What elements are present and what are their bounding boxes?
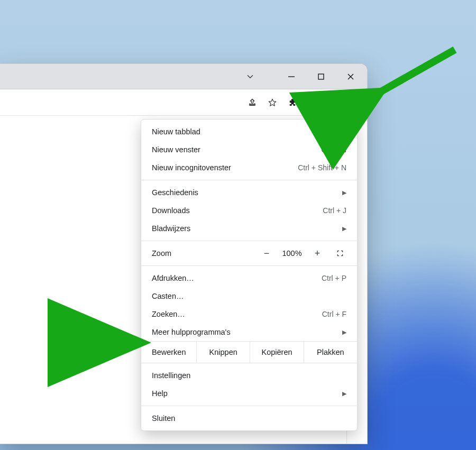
svg-point-7 <box>352 99 354 100</box>
bookmark-star-button[interactable] <box>263 94 281 112</box>
menu-separator <box>141 406 357 406</box>
window-minimize-button[interactable] <box>279 68 304 85</box>
profile-icon <box>328 98 337 107</box>
fullscreen-button[interactable] <box>328 249 352 258</box>
menu-edit-row: Bewerken Knippen Kopiëren Plakken <box>141 341 357 363</box>
menu-bookmarks[interactable]: Bladwijzers ▶ <box>141 219 357 237</box>
menu-history[interactable]: Geschiedenis ▶ <box>141 183 357 201</box>
submenu-arrow-icon: ▶ <box>342 189 346 196</box>
more-menu-button[interactable] <box>344 94 362 112</box>
menu-item-shortcut: Ctrl + J <box>323 206 346 215</box>
menu-item-shortcut: Ctrl + T <box>322 127 346 136</box>
zoom-in-button[interactable]: + <box>306 244 328 262</box>
zoom-out-button[interactable]: − <box>255 244 278 262</box>
menu-separator <box>141 265 357 266</box>
annotation-arrow-to-more-menu <box>365 44 465 108</box>
sidepanel-button[interactable] <box>304 94 322 112</box>
menu-item-label: Nieuw venster <box>152 145 321 154</box>
menu-separator <box>141 241 357 241</box>
submenu-arrow-icon: ▶ <box>342 225 346 232</box>
share-button[interactable] <box>243 94 261 112</box>
extensions-button[interactable] <box>283 94 301 112</box>
svg-point-9 <box>352 104 354 106</box>
submenu-arrow-icon: ▶ <box>342 329 346 336</box>
menu-separator <box>141 180 357 180</box>
menu-more-tools[interactable]: Meer hulpprogramma's ▶ <box>141 323 357 341</box>
menu-item-label: Zoeken… <box>152 310 322 318</box>
menu-item-shortcut: Ctrl + Shift + N <box>298 163 346 172</box>
zoom-value: 100% <box>278 249 306 258</box>
menu-cast[interactable]: Casten… <box>141 287 357 305</box>
menu-item-label: Nieuw tabblad <box>152 127 322 136</box>
more-vert-icon <box>348 98 358 107</box>
profile-button[interactable] <box>324 94 342 112</box>
menu-new-tab[interactable]: Nieuw tabblad Ctrl + T <box>141 123 357 141</box>
svg-line-10 <box>376 50 455 95</box>
menu-item-label: Downloads <box>152 206 323 215</box>
window-maximize-button[interactable] <box>309 68 333 85</box>
menu-item-label: Afdrukken… <box>152 274 322 282</box>
sidepanel-icon <box>308 98 317 107</box>
menu-item-label: Geschiedenis <box>152 188 338 197</box>
zoom-controls: − 100% + <box>255 244 352 262</box>
svg-point-8 <box>352 102 354 103</box>
menu-item-label: Nieuw incognitovenster <box>152 163 298 172</box>
menu-item-shortcut: Ctrl + F <box>322 310 346 318</box>
menu-item-label: Instellingen <box>152 371 346 380</box>
menu-edit-label: Bewerken <box>141 348 196 356</box>
menu-settings[interactable]: Instellingen <box>141 366 357 384</box>
menu-help[interactable]: Help ▶ <box>141 384 357 402</box>
edit-paste-button[interactable]: Plakken <box>304 342 357 363</box>
menu-item-label: Meer hulpprogramma's <box>152 328 338 336</box>
menu-zoom-label: Zoom <box>152 249 255 258</box>
menu-new-incognito[interactable]: Nieuw incognitovenster Ctrl + Shift + N <box>141 159 357 177</box>
puzzle-icon <box>288 98 297 107</box>
menu-item-label: Casten… <box>152 292 346 300</box>
browser-toolbar <box>0 89 367 116</box>
svg-point-6 <box>331 99 334 103</box>
svg-rect-5 <box>313 99 316 106</box>
menu-new-window[interactable]: Nieuw venster Ctrl + N <box>141 141 357 159</box>
edit-copy-button[interactable]: Kopiëren <box>250 342 303 363</box>
tab-search-dropdown[interactable] <box>242 69 258 85</box>
window-close-button[interactable] <box>338 68 363 85</box>
submenu-arrow-icon: ▶ <box>342 390 346 397</box>
edit-cut-button[interactable]: Knippen <box>196 342 250 363</box>
menu-exit[interactable]: Sluiten <box>141 409 357 427</box>
browser-window: Nieuw tabblad Ctrl + T Nieuw venster Ctr… <box>0 63 368 444</box>
menu-print[interactable]: Afdrukken… Ctrl + P <box>141 269 357 287</box>
menu-item-label: Help <box>152 389 338 398</box>
tab-strip <box>0 64 367 89</box>
menu-downloads[interactable]: Downloads Ctrl + J <box>141 201 357 219</box>
menu-zoom-row: Zoom − 100% + <box>141 244 357 262</box>
share-icon <box>248 98 257 107</box>
menu-item-shortcut: Ctrl + N <box>321 145 346 154</box>
chrome-main-menu: Nieuw tabblad Ctrl + T Nieuw venster Ctr… <box>141 119 358 431</box>
menu-find[interactable]: Zoeken… Ctrl + F <box>141 305 357 323</box>
fullscreen-icon <box>336 249 344 258</box>
menu-item-label: Bladwijzers <box>152 224 338 233</box>
menu-item-label: Sluiten <box>152 414 346 423</box>
svg-rect-1 <box>318 74 324 79</box>
star-icon <box>268 98 277 107</box>
menu-item-shortcut: Ctrl + P <box>322 274 346 282</box>
